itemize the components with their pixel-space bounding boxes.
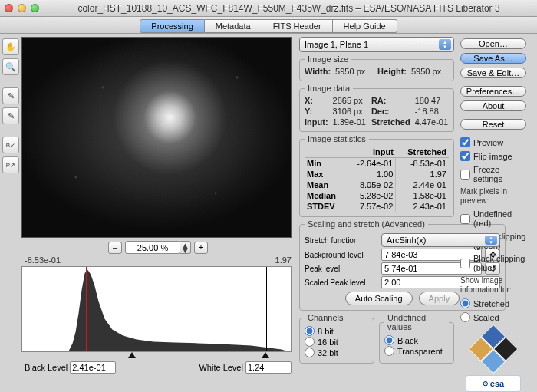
image-data-legend: Image data (305, 84, 353, 93)
table-row: Mean8.05e-022.44e-01 (305, 180, 449, 190)
channel-32bit[interactable]: 32 bit (305, 348, 369, 357)
peak-sample-icon: P↗ (6, 162, 15, 169)
stretched-value: 4.47e-01 (415, 117, 449, 127)
hand-tool[interactable]: ✋ (2, 38, 19, 55)
undef-transparent[interactable]: Transparent (384, 346, 449, 356)
dec-label: Dec: (371, 107, 410, 116)
stretch-function-select[interactable]: ArcSinh(x) ▲▼ (381, 233, 500, 247)
image-preview[interactable] (21, 37, 292, 238)
freeze-settings-checkbox[interactable]: Freeze settings (460, 165, 526, 183)
flip-image-checkbox[interactable]: Flip image (460, 151, 526, 161)
window-title: color_HST_10188_10_ACS_WFC_F814W_F550M_F… (45, 3, 532, 14)
height-label: Height: (377, 67, 407, 76)
save-edit-button[interactable]: Save & Edit… (460, 68, 526, 78)
scaled-peak-label: Scaled Peak level (305, 278, 378, 287)
ra-value: 180.47 (415, 96, 449, 105)
zoom-out-button[interactable]: – (108, 242, 122, 254)
nebula-image (22, 38, 291, 237)
liberator-logo-icon (468, 324, 518, 374)
table-row: Max1.001.97 (305, 169, 449, 180)
minimize-icon[interactable] (18, 4, 26, 12)
black-eyedropper-tool[interactable]: ✎ (2, 107, 19, 124)
undefined-legend: Undefined values (384, 313, 449, 331)
y-value: 3106 px (333, 107, 367, 116)
undefined-red-checkbox[interactable]: Undefined (red) (460, 209, 526, 228)
black-level-input[interactable] (70, 361, 116, 374)
image-statistics-legend: Image statistics (305, 134, 369, 143)
apply-button[interactable]: Apply (419, 292, 460, 305)
tab-processing[interactable]: Processing (140, 19, 204, 33)
zoom-stepper[interactable]: ▲▼ (180, 241, 191, 254)
esa-logo: ⊙esa (466, 375, 521, 392)
info-scaled-radio[interactable]: Scaled (460, 312, 526, 322)
stats-h-stretched: Stretched (396, 147, 449, 158)
black-level-handle[interactable] (128, 352, 136, 358)
preview-checkbox[interactable]: Preview (460, 137, 526, 147)
white-eyedropper-tool[interactable]: ✎ (2, 87, 19, 104)
tool-palette: ✋ 🔍 ✎ ✎ B↙ P↗ (0, 34, 21, 392)
white-level-handle[interactable] (262, 352, 269, 358)
stretch-function-label: Stretch function (305, 236, 378, 245)
tab-metadata[interactable]: Metadata (205, 19, 262, 33)
plane-selector-label: Image 1, Plane 1 (305, 40, 368, 49)
eyedropper-white-icon: ✎ (8, 91, 15, 101)
background-sample-icon: B↙ (6, 142, 15, 149)
zoom-icon[interactable] (31, 4, 39, 12)
stats-table: InputStretched Min-2.64e-01-8.53e-01 Max… (305, 147, 449, 212)
hist-max-label: 1.97 (275, 255, 292, 265)
preferences-button[interactable]: Preferences… (460, 86, 526, 97)
histogram[interactable] (21, 266, 292, 352)
info-stretched-radio[interactable]: Stretched (460, 298, 526, 308)
input-label: Input: (305, 117, 328, 127)
tab-fits-header[interactable]: FITS Header (262, 19, 333, 33)
peak-level-label: Peak level (305, 265, 378, 273)
black-level-label: Black Level (25, 363, 68, 372)
hist-marker-black-level[interactable] (133, 267, 133, 351)
show-info-label: Show image information for: (460, 276, 526, 295)
hist-marker-white-level[interactable] (266, 267, 267, 351)
background-sample-tool[interactable]: B↙ (2, 137, 19, 153)
channel-16bit[interactable]: 16 bit (305, 337, 369, 347)
x-label: X: (305, 96, 328, 105)
tab-help-guide[interactable]: Help Guide (333, 19, 397, 33)
zoom-input[interactable] (125, 241, 180, 254)
width-value: 5950 px (335, 67, 373, 76)
undefined-values-group: Undefined values Black Transparent (379, 313, 454, 364)
tab-strip: Processing Metadata FITS Header Help Gui… (0, 17, 537, 34)
peak-sample-tool[interactable]: P↗ (2, 156, 19, 173)
chevron-updown-icon: ▲▼ (485, 236, 497, 245)
save-as-button[interactable]: Save As… (460, 53, 526, 64)
white-level-label: White Level (199, 363, 242, 372)
about-button[interactable]: About (460, 100, 526, 111)
image-size-group: Image size Width: 5950 px Height: 5950 p… (299, 54, 454, 81)
input-value: 1.39e-01 (333, 117, 367, 127)
zoom-in-button[interactable]: + (194, 242, 208, 254)
channels-legend: Channels (305, 313, 346, 322)
reset-button[interactable]: Reset (460, 119, 526, 130)
stats-h-input: Input (346, 147, 396, 158)
hist-marker-red (86, 267, 87, 351)
close-icon[interactable] (5, 4, 13, 12)
scaling-legend: Scaling and stretch (Advanced) (305, 219, 428, 229)
height-value: 5950 px (411, 67, 449, 76)
auto-scaling-button[interactable]: Auto Scaling (345, 292, 413, 305)
table-row: Median5.28e-021.58e-01 (305, 190, 449, 201)
image-data-group: Image data X:2865 px RA:180.47 Y:3106 px… (299, 84, 454, 132)
image-statistics-group: Image statistics InputStretched Min-2.64… (299, 134, 454, 217)
width-label: Width: (305, 67, 331, 76)
y-label: Y: (305, 107, 328, 116)
table-row: Min-2.64e-01-8.53e-01 (305, 158, 449, 170)
channels-group: Channels 8 bit 16 bit 32 bit (299, 313, 374, 364)
stats-h0 (305, 147, 346, 158)
undef-black[interactable]: Black (384, 335, 449, 345)
hand-icon: ✋ (5, 42, 16, 52)
black-clipping-checkbox[interactable]: Black clipping (blue) (460, 254, 526, 272)
eyedropper-black-icon: ✎ (8, 111, 15, 121)
background-level-label: Background level (305, 251, 378, 259)
channel-8bit[interactable]: 8 bit (305, 326, 369, 336)
plane-selector[interactable]: Image 1, Plane 1 ▲▼ (299, 37, 454, 52)
open-button[interactable]: Open… (460, 38, 526, 49)
zoom-tool[interactable]: 🔍 (2, 58, 19, 75)
white-level-input[interactable] (245, 361, 292, 374)
stretch-function-value: ArcSinh(x) (387, 236, 426, 245)
